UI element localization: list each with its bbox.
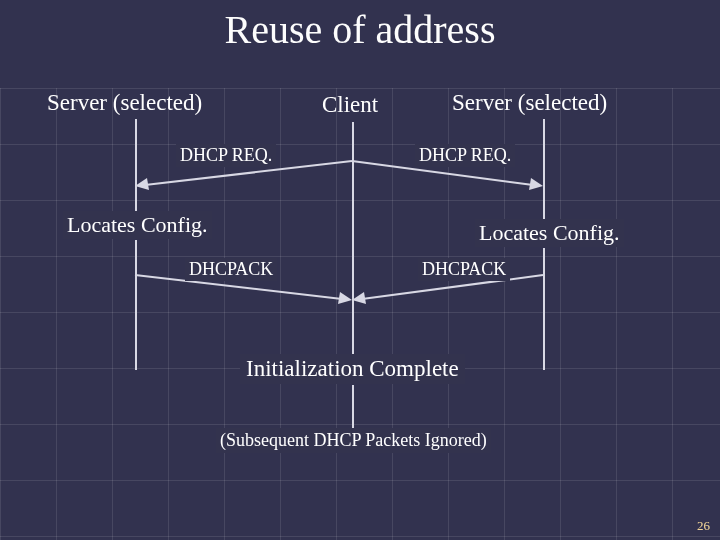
svg-marker-5 bbox=[338, 292, 352, 304]
label-subsequent-ignored: (Subsequent DHCP Packets Ignored) bbox=[216, 428, 491, 453]
label-init-complete: Initialization Complete bbox=[240, 354, 465, 384]
state-locates-right: Locates Config. bbox=[475, 219, 624, 247]
msg-dhcp-req-left: DHCP REQ. bbox=[176, 144, 276, 167]
svg-marker-3 bbox=[529, 178, 543, 190]
state-locates-left: Locates Config. bbox=[63, 211, 212, 239]
lifeline-left-seg2 bbox=[135, 240, 137, 370]
msg-dhcp-req-right: DHCP REQ. bbox=[415, 144, 515, 167]
lifeline-right-seg1 bbox=[543, 119, 545, 219]
msg-dhcpack-left: DHCPACK bbox=[185, 258, 277, 281]
lane-label-client: Client bbox=[322, 92, 378, 118]
svg-marker-7 bbox=[352, 292, 366, 304]
background-grid bbox=[0, 88, 720, 540]
lane-label-server-left: Server (selected) bbox=[47, 90, 202, 116]
lifeline-center-seg1 bbox=[352, 122, 354, 354]
slide-number: 26 bbox=[697, 518, 710, 534]
lane-label-server-right: Server (selected) bbox=[452, 90, 607, 116]
svg-marker-1 bbox=[135, 178, 149, 190]
lifeline-right-seg2 bbox=[543, 248, 545, 370]
msg-dhcpack-right: DHCPACK bbox=[418, 258, 510, 281]
slide-title: Reuse of address bbox=[0, 6, 720, 53]
